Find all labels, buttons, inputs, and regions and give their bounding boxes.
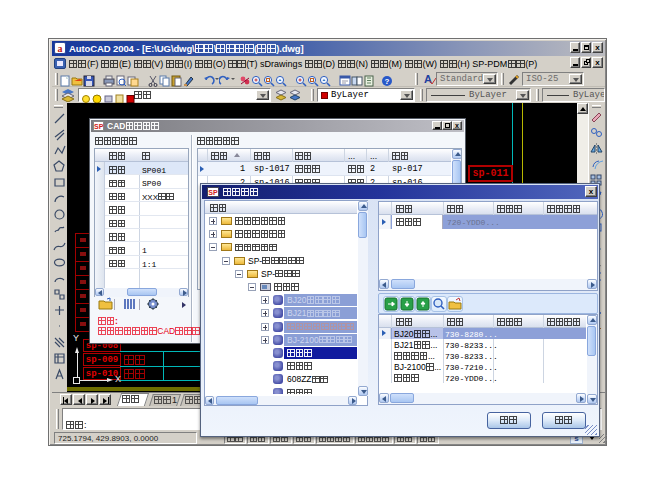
svg-text:?: ?: [385, 77, 390, 86]
svg-text:A: A: [424, 73, 432, 85]
